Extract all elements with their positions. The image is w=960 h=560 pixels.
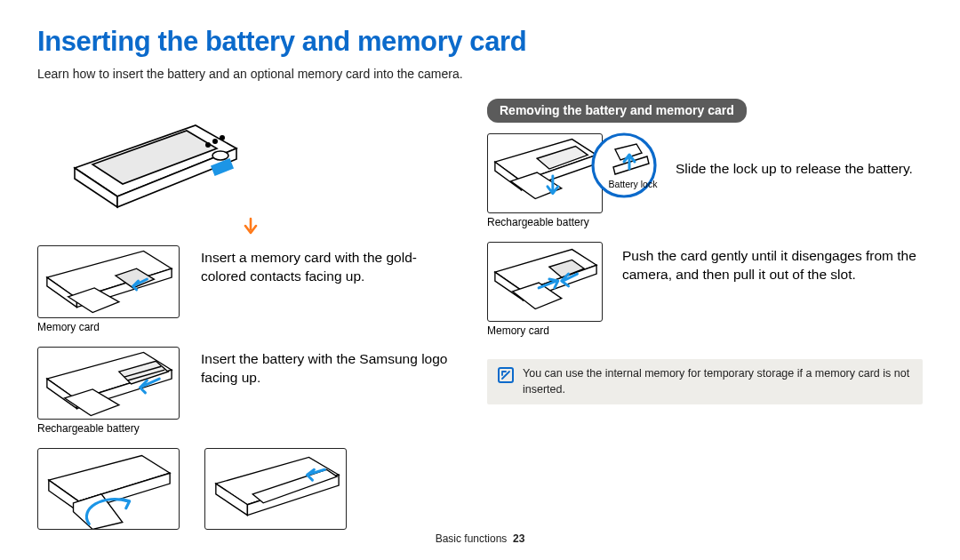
memory-card-caption: Memory card	[37, 320, 180, 334]
close-door-illustration-1	[37, 448, 180, 530]
close-door-illustration-2	[204, 448, 347, 530]
svg-point-6	[213, 140, 217, 143]
remove-battery-caption: Rechargeable battery	[487, 215, 603, 229]
page-footer: Basic functions 23	[0, 532, 960, 546]
footer-section: Basic functions	[436, 532, 508, 545]
svg-point-7	[220, 136, 224, 140]
note-text: You can use the internal memory for temp…	[523, 366, 912, 397]
remove-memory-card-illustration	[487, 242, 603, 322]
insert-memory-card-illustration	[37, 245, 180, 318]
battery-lock-label-text: Battery lock	[606, 178, 660, 190]
remove-memory-caption: Memory card	[487, 324, 603, 338]
battery-caption: Rechargeable battery	[37, 421, 180, 436]
note-box: You can use the internal memory for temp…	[487, 359, 923, 404]
page-subtitle: Learn how to insert the battery and an o…	[37, 66, 923, 83]
svg-point-4	[212, 151, 228, 160]
insert-battery-text: Insert the battery with the Samsung logo…	[201, 347, 455, 388]
svg-point-5	[206, 143, 210, 147]
footer-page-number: 23	[513, 532, 524, 545]
remove-battery-illustration	[487, 133, 603, 213]
insert-battery-illustration	[37, 347, 180, 420]
arrow-down-icon	[46, 217, 455, 242]
note-icon	[498, 367, 514, 383]
insert-memory-card-text: Insert a memory card with the gold-color…	[201, 245, 455, 286]
camera-illustration	[46, 99, 455, 242]
remove-battery-text: Slide the lock up to release the battery…	[676, 133, 923, 179]
removing-heading: Removing the battery and memory card	[487, 99, 747, 123]
remove-memory-text: Push the card gently until it disengages…	[622, 242, 923, 284]
page-title: Inserting the battery and memory card	[37, 23, 923, 60]
